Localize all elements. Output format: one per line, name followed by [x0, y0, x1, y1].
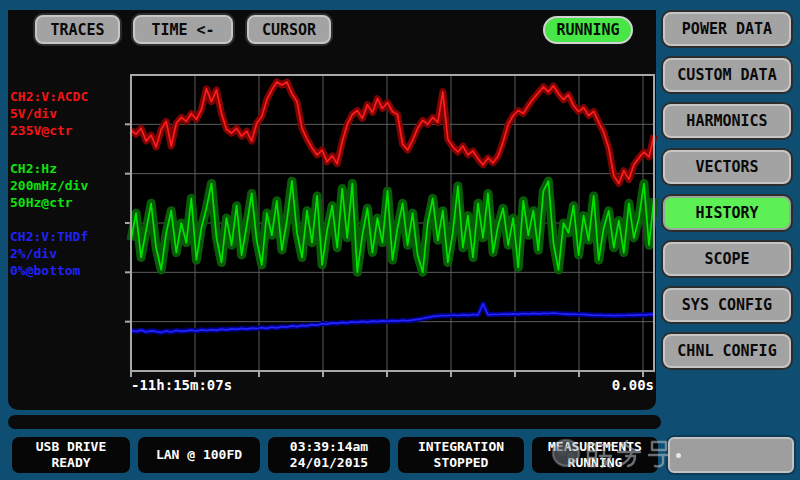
status-line: USB DRIVE — [36, 439, 106, 455]
sidebar-item-scope[interactable]: SCOPE — [663, 242, 791, 276]
axis-end-time: 0.00s — [612, 377, 654, 393]
channel-scale: 2%/div — [10, 245, 128, 262]
time-axis: -11h:15m:07s 0.00s — [131, 377, 654, 393]
sidebar-item-custom-data[interactable]: CUSTOM DATA — [663, 58, 791, 92]
status-line: READY — [51, 455, 90, 471]
status-time: 03:39:14am — [290, 439, 368, 455]
channel-ref: 0%@bottom — [10, 262, 128, 279]
blank-softkey-button[interactable] — [668, 437, 794, 473]
power-analyzer-screen: { "toolbar": { "traces_label": "TRACES",… — [0, 0, 800, 480]
sidebar-item-harmonics[interactable]: HARMONICS — [663, 104, 791, 138]
status-line: INTEGRATION — [418, 439, 504, 455]
status-usb: USB DRIVE READY — [12, 437, 130, 473]
status-line: STOPPED — [434, 455, 489, 471]
watermark-text: 服务号 — [538, 433, 539, 434]
running-status-badge: RUNNING — [543, 16, 633, 44]
channel-label-voltage: CH2:V:ACDC 5V/div 235V@ctr — [10, 88, 128, 139]
sidebar-item-sys-config[interactable]: SYS CONFIG — [663, 288, 791, 322]
sidebar-item-vectors[interactable]: VECTORS — [663, 150, 791, 184]
status-line: RUNNING — [568, 455, 623, 471]
softkey-message-bar — [8, 415, 661, 429]
sidebar-item-chnl-config[interactable]: CHNL CONFIG — [663, 334, 791, 368]
channel-label-thd: CH2:V:THDf 2%/div 0%@bottom — [10, 228, 128, 279]
status-date: 24/01/2015 — [290, 455, 368, 471]
channel-name: CH2:V:ACDC — [10, 88, 128, 105]
status-line: LAN @ 100FD — [156, 447, 242, 463]
channel-scale: 5V/div — [10, 105, 128, 122]
indicator-dot — [676, 453, 681, 458]
cursor-button[interactable]: CURSOR — [247, 15, 331, 44]
axis-start-time: -11h:15m:07s — [131, 377, 232, 393]
traces-button[interactable]: TRACES — [35, 15, 120, 44]
history-trace-plot — [124, 68, 661, 378]
channel-ref: 235V@ctr — [10, 122, 128, 139]
sidebar-item-power-data[interactable]: POWER DATA — [663, 12, 791, 46]
channel-name: CH2:V:THDf — [10, 228, 128, 245]
status-lan: LAN @ 100FD — [138, 437, 260, 473]
channel-name: CH2:Hz — [10, 160, 128, 177]
status-clock: 03:39:14am 24/01/2015 — [268, 437, 390, 473]
status-integration: INTEGRATION STOPPED — [398, 437, 524, 473]
channel-scale: 200mHz/div — [10, 177, 128, 194]
status-line: MEASUREMENTS — [548, 439, 642, 455]
sidebar-item-history[interactable]: HISTORY — [663, 196, 791, 230]
status-measurements: MEASUREMENTS RUNNING — [532, 437, 658, 473]
channel-ref: 50Hz@ctr — [10, 194, 128, 211]
channel-label-frequency: CH2:Hz 200mHz/div 50Hz@ctr — [10, 160, 128, 211]
time-button[interactable]: TIME <- — [133, 15, 233, 44]
